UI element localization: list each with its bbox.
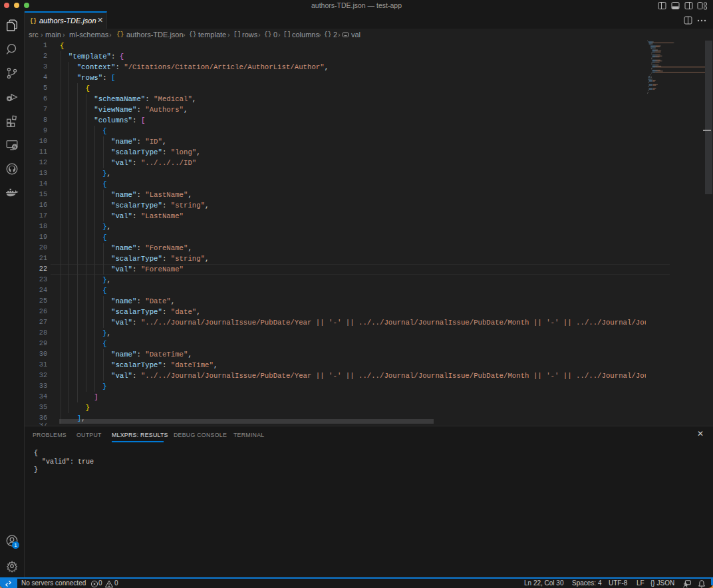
- svg-text:{}: {}: [30, 18, 37, 24]
